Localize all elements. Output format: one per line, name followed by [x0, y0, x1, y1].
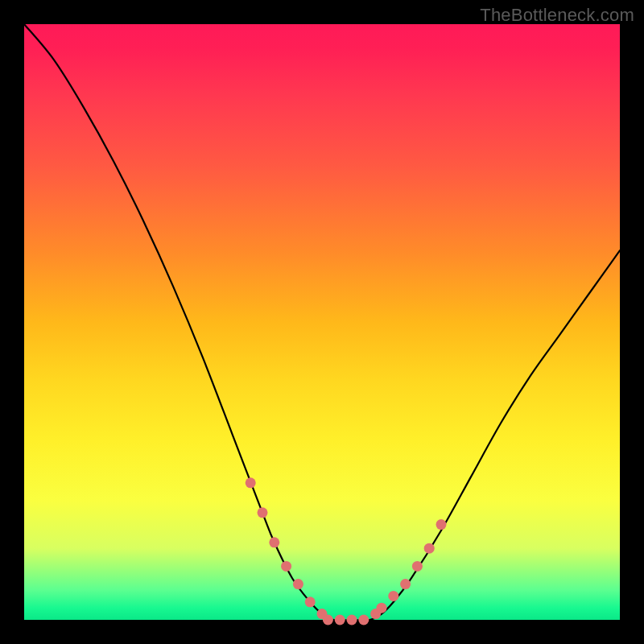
- sample-dot: [436, 519, 447, 530]
- sample-dot: [377, 603, 387, 613]
- sample-dot: [358, 615, 369, 625]
- watermark-text: TheBottleneck.com: [480, 5, 634, 26]
- bottleneck-curve: [24, 24, 620, 621]
- sample-dot: [400, 579, 411, 589]
- sample-dot: [388, 591, 398, 601]
- sample-dots: [246, 477, 447, 625]
- chart-svg: [24, 24, 620, 620]
- sample-dot: [246, 477, 256, 488]
- sample-dot: [293, 579, 303, 589]
- sample-dot: [347, 615, 357, 625]
- sample-dot: [305, 597, 316, 607]
- sample-dot: [258, 507, 268, 518]
- sample-dot: [412, 561, 423, 572]
- sample-dot: [335, 615, 345, 625]
- sample-dot: [323, 615, 333, 625]
- chart-frame: TheBottleneck.com: [0, 0, 644, 644]
- sample-dot: [281, 561, 291, 572]
- sample-dot: [424, 543, 435, 554]
- sample-dot: [269, 537, 279, 547]
- plot-area: [24, 24, 620, 620]
